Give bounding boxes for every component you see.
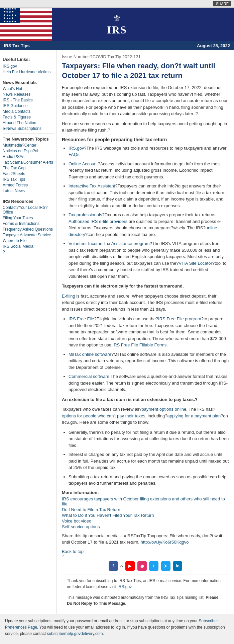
sidebar-item-forms[interactable]: Forms & Instructions	[3, 221, 54, 226]
share-social-link[interactable]: http://ow.ly/Ko6r50Kqgvo	[141, 540, 189, 545]
link-free-file-program[interactable]: IRS Free File program	[158, 316, 201, 321]
back-to-top-link[interactable]: Back to top	[62, 549, 84, 554]
extension-bullets: Generally, there?s no penalty for not fi…	[69, 429, 229, 487]
link-efile-providers[interactable]: Authorized IRS e-file providers	[69, 219, 127, 224]
bottom-text: Update your subscriptions, modify your p…	[5, 618, 229, 637]
sidebar-item-facts-figures[interactable]: Facts & Figures	[3, 115, 54, 119]
news-essentials-title: News Essentials	[3, 80, 54, 85]
sidebar-item-latest-news[interactable]: Latest News	[3, 188, 54, 193]
bullet-ita: Interactive Tax Assistant?Taxpayers can …	[69, 183, 229, 209]
link-online-account[interactable]: Online Account	[69, 161, 98, 166]
link-payment-options[interactable]: payment options online	[141, 407, 186, 412]
sidebar-item-irs-basics[interactable]: IRS - The Basics	[3, 98, 54, 102]
fastest-header-bold: Taxpayers can file electronically for th…	[62, 284, 184, 289]
bullet-vita: Volunteer Income Tax Assistance program?…	[69, 240, 229, 279]
fastest-header-text: Taxpayers can file electronically for th…	[62, 283, 229, 290]
footer-subscription: Thank you for subscribing to IRS Tax Tip…	[62, 574, 229, 610]
youtube-icon[interactable]: ▶	[125, 561, 135, 571]
link-fillable-forms[interactable]: IRS Free File Fillable Forms	[113, 342, 167, 347]
link-efiling[interactable]: E-filing	[62, 294, 75, 299]
link-faqs[interactable]: FAQs	[69, 152, 80, 157]
irs-name: IRS	[107, 24, 127, 36]
link-irsgov[interactable]: IRS.gov	[69, 146, 84, 151]
resources-header: Resources for people preparing their tax…	[62, 137, 229, 142]
sidebar-item-multimedia[interactable]: Multimedia?Center	[3, 143, 54, 148]
link-cant-pay[interactable]: options for people who can't pay their t…	[62, 413, 145, 418]
link-tax-pros[interactable]: Tax professionals	[69, 212, 102, 217]
sidebar-item-enews[interactable]: e-News Subscriptions	[3, 126, 54, 131]
main-headline: Taxpayers: File when ready, don?t wait u…	[62, 61, 229, 80]
subscriber-prefs-link[interactable]: Subscriber Preferences Page	[5, 619, 218, 630]
sidebar-item-taxpayer-advocate[interactable]: Taxpayer Advocate Service	[3, 233, 54, 237]
sidebar-item-whats-hot[interactable]: What's Hot	[3, 86, 54, 91]
bullet-online-account: Online Account?Access individual account…	[69, 161, 229, 180]
link-vita[interactable]: Volunteer Income Tax Assistance program	[69, 241, 150, 246]
share-social-text: Share this tip on social media -- #IRSTa…	[62, 533, 229, 546]
contact-govdelivery-link[interactable]: subscriberhelp.govdelivery.com	[47, 631, 103, 636]
sidebar-item-news-releases[interactable]: News Releases	[3, 92, 54, 97]
bottom-subscription-bar: Update your subscriptions, modify your p…	[0, 614, 234, 644]
sidebar-item-tax-scams[interactable]: Tax Scams/Consumer Alerts	[3, 160, 54, 165]
facebook-count: ??	[120, 564, 123, 568]
sidebar-item-around-nation[interactable]: Around The Nation	[3, 120, 54, 125]
irs-logo: ⚜ IRS	[107, 13, 127, 36]
sidebar-item-irs-guidance[interactable]: IRS Guidance	[3, 103, 54, 108]
link-free-file[interactable]: IRS Free File	[69, 316, 94, 321]
sidebar-item-hurricane[interactable]: Help For Hurricane Victims	[3, 70, 54, 74]
twitter-icon[interactable]: t	[149, 561, 158, 571]
footer-do-not-reply: Please Do Not Reply To This Message.	[67, 595, 218, 606]
sidebar-divider-1	[3, 77, 54, 77]
facebook-icon[interactable]: f	[109, 561, 118, 571]
resources-bullets: IRS.gov?The IRS webpage has tools and re…	[69, 145, 229, 280]
linkedin-icon[interactable]: in	[173, 561, 182, 571]
extension-header-text: An extension to file a tax return is not…	[62, 396, 229, 403]
twitter2-icon[interactable]: ≻	[161, 561, 170, 571]
link-miltax[interactable]: MilTax online software	[69, 352, 111, 357]
sidebar-item-social-media[interactable]: IRS Social Media	[3, 244, 54, 249]
link-commercial[interactable]: Commercial software	[69, 374, 109, 379]
bullet-tax-pros: Tax professionals?Tax pros can also help…	[69, 212, 229, 238]
footer-text1: Thank you for subscribing to IRS Tax Tip…	[67, 578, 224, 590]
sidebar-item-tax-gap[interactable]: The Tax Gap	[3, 166, 54, 170]
link-online-directory[interactable]: online directory	[69, 225, 217, 237]
sidebar-item-contact-irs[interactable]: Contact?Your Local IRS?Office	[3, 205, 54, 215]
sidebar-item-irsgov[interactable]: IRS.gov	[3, 64, 54, 69]
title-bar: IRS Tax Tips August 25, 2022	[0, 41, 234, 50]
newsroom-title: The Newsroom Topics	[3, 137, 54, 142]
paragraph-1: For people who requested an IRS extensio…	[62, 84, 229, 117]
footer-irsgov-link[interactable]: IRS.gov	[117, 584, 131, 589]
instagram-icon[interactable]: ◉	[137, 561, 147, 571]
sidebar-item-irs-tax-tips[interactable]: IRS Tax Tips	[3, 177, 54, 182]
sidebar-item-noticias[interactable]: Noticias en Espa?ol	[3, 149, 54, 153]
fastest-text1: E-filing is fast, accurate and secure. W…	[62, 293, 229, 313]
bullet-miltax: MilTax online software?MilTax online sof…	[69, 351, 229, 371]
info-link-need-to-file[interactable]: Do I Need to File a Tax Return	[62, 507, 229, 512]
sidebar-item-filing-taxes[interactable]: Filing Your Taxes	[3, 216, 54, 220]
link-payment-plan[interactable]: applying for a payment plan	[167, 413, 221, 418]
info-link-self-service[interactable]: Self-service options	[62, 524, 229, 529]
sidebar-item-faq[interactable]: Frequently Asked Questions	[3, 227, 54, 232]
content-area: Issue Number:?COVID Tax Tip 2022-131 Tax…	[57, 50, 234, 614]
flag-canton: ★★★★★★★★★★★★★★★★★★★★★★★	[0, 8, 20, 23]
sidebar-item-armed-forces[interactable]: Armed Forces	[3, 183, 54, 187]
share-button[interactable]: SHARE	[213, 1, 231, 6]
sidebar-item-radio-psas[interactable]: Radio PSAs	[3, 154, 54, 159]
back-to-top-container: Back to top	[62, 549, 229, 554]
fastest-bullets: IRS Free File?Eligible individuals can u…	[69, 316, 229, 393]
sidebar-item-where-to-file[interactable]: Where to File	[3, 238, 54, 243]
ext-bullet-1: Generally, there?s no penalty for not fi…	[69, 429, 229, 449]
info-link-encourages[interactable]: IRS encourages taxpayers with October fi…	[62, 496, 229, 506]
ext-bullet-2: Interest is charged on any tax not paid …	[69, 451, 229, 471]
link-vita-locator[interactable]: VITA Site Locator	[179, 261, 212, 266]
sidebar-item-fact-sheets[interactable]: Fact?Sheets	[3, 171, 54, 176]
title-right: August 25, 2022	[197, 43, 230, 48]
paragraph-2: Here are some resources and information …	[62, 120, 229, 134]
flag-stars: ★★★★★★★★★★★★★★★★★★★★★★★	[3, 8, 17, 23]
sidebar-divider-2	[3, 134, 54, 134]
info-link-voice-bot[interactable]: Voice bot video	[62, 518, 229, 524]
sidebar-item-media-contacts[interactable]: Media Contacts	[3, 109, 54, 114]
useful-links-title: Useful Links:	[3, 57, 54, 62]
info-link-havent-filed[interactable]: What to Do if You Haven't Filed Your Tax…	[62, 513, 229, 518]
social-icons-bar: f ?? ▶ ◉ t ≻ in	[62, 561, 229, 571]
link-ita[interactable]: Interactive Tax Assistant	[69, 183, 115, 188]
